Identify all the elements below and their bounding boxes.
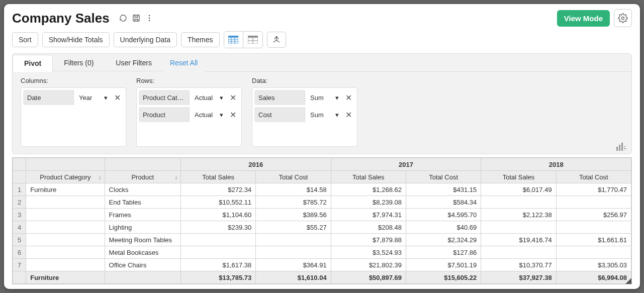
chevron-down-icon: ▾ — [104, 94, 108, 102]
svg-point-4 — [622, 17, 624, 20]
columns-label: Columns: — [21, 77, 126, 84]
svg-point-3 — [148, 20, 150, 22]
close-icon[interactable]: ✕ — [111, 90, 124, 105]
view-mode-button[interactable]: View Mode — [557, 10, 610, 27]
tab-user-filters[interactable]: User Filters — [105, 55, 163, 71]
header: Company Sales View Mode — [4, 4, 640, 29]
col-category[interactable]: Product Category↓ — [26, 171, 105, 183]
cell-value: $6,017.49 — [481, 183, 556, 196]
row-number: 3 — [13, 209, 26, 221]
cell-value: $4,595.70 — [406, 209, 481, 221]
col-product[interactable]: Product↓ — [105, 171, 180, 183]
columns-config: Columns: Date Year▾ ✕ — [21, 77, 126, 147]
cell-category — [26, 234, 105, 246]
compact-style-icon[interactable] — [243, 32, 262, 48]
refresh-icon[interactable] — [119, 14, 128, 23]
cell-value: $40.69 — [406, 221, 481, 234]
table-row[interactable]: 7Office Chairs$1,617.38$364.91$21,802.39… — [13, 259, 631, 271]
cell-category — [26, 209, 105, 221]
cell-value: $364.91 — [256, 259, 331, 271]
pivot-grid[interactable]: 2016 2017 2018 Product Category↓ Product… — [12, 157, 632, 284]
year-header[interactable]: 2017 — [331, 158, 481, 171]
svg-rect-5 — [228, 36, 238, 37]
pill-product-agg[interactable]: Actual▾ — [189, 107, 226, 122]
cell-value: $3,524.93 — [331, 246, 406, 259]
cell-product: Office Chairs — [105, 259, 180, 271]
year-header[interactable]: 2016 — [180, 158, 331, 171]
col-sales[interactable]: Total Sales — [331, 171, 406, 183]
table-row[interactable]: 6Metal Bookcases$3,524.93$127.86 — [13, 246, 631, 259]
data-dropzone[interactable]: Sales Sum▾ ✕ Cost Sum▾ ✕ — [252, 87, 357, 147]
pill-cost-agg[interactable]: Sum▾ — [305, 107, 342, 122]
config-tabs: Pivot Filters (0) User Filters Reset All — [13, 54, 631, 72]
settings-button[interactable] — [614, 9, 632, 27]
save-icon[interactable] — [132, 14, 141, 23]
underlying-data-button[interactable]: Underlying Data — [114, 32, 177, 47]
pill-date-agg[interactable]: Year▾ — [73, 90, 111, 105]
cell-value: $10,370.77 — [481, 259, 556, 271]
tab-filters[interactable]: Filters (0) — [53, 55, 105, 71]
filter-icon-button[interactable] — [267, 32, 286, 48]
themes-button[interactable]: Themes — [181, 32, 220, 47]
cell-category: Furniture — [26, 183, 105, 196]
table-row[interactable]: 1FurnitureClocks$272.34$14.58$1,268.62$4… — [13, 183, 631, 196]
sort-down-icon[interactable]: ↓ — [174, 174, 177, 180]
cell-product: Metal Bookcases — [105, 246, 180, 259]
cell-value — [556, 221, 631, 234]
pill-cost[interactable]: Cost Sum▾ ✕ — [254, 107, 355, 122]
cell-value: $127.86 — [406, 246, 481, 259]
rows-dropzone[interactable]: Product Cate... Actual▾ ✕ Product Actual… — [136, 87, 242, 147]
cell-value: $8,239.08 — [331, 196, 406, 209]
cell-value — [556, 196, 631, 209]
svg-rect-16 — [619, 145, 620, 151]
row-number: 5 — [13, 234, 26, 246]
col-cost[interactable]: Total Cost — [406, 171, 481, 183]
cell-value: $1,617.38 — [180, 259, 255, 271]
subtotal-row: Furniture$13,785.73$1,610.04$50,897.69$1… — [13, 271, 631, 284]
close-icon[interactable]: ✕ — [342, 90, 355, 105]
svg-point-1 — [148, 15, 150, 17]
close-icon[interactable]: ✕ — [226, 107, 239, 122]
chevron-down-icon: ▾ — [220, 111, 223, 119]
table-row[interactable]: 5Meeting Room Tables$7,879.88$2,324.29$1… — [13, 234, 631, 246]
cell-value — [481, 196, 556, 209]
table-row[interactable]: 2End Tables$10,552.11$785.72$8,239.08$58… — [13, 196, 631, 209]
cell-value: $14.58 — [256, 183, 331, 196]
show-hide-totals-button[interactable]: Show/Hide Totals — [42, 32, 110, 47]
svg-rect-0 — [133, 15, 139, 21]
cell-value: $272.34 — [180, 183, 255, 196]
grid-style-icon[interactable] — [224, 32, 243, 48]
col-cost[interactable]: Total Cost — [556, 171, 631, 183]
svg-point-2 — [148, 18, 150, 19]
reset-all-link[interactable]: Reset All — [163, 55, 205, 71]
table-row[interactable]: 4Lighting$239.30$55.27$208.48$40.69 — [13, 221, 631, 234]
pill-sales-agg[interactable]: Sum▾ — [305, 90, 342, 105]
sort-button[interactable]: Sort — [12, 32, 38, 47]
sort-down-icon[interactable]: ↓ — [99, 174, 102, 180]
data-label: Data: — [252, 77, 357, 84]
pill-product[interactable]: Product Actual▾ ✕ — [139, 107, 239, 122]
app-window: Company Sales View Mode Sort Show/Hide T… — [4, 4, 640, 289]
cell-value: $584.34 — [406, 196, 481, 209]
pill-date[interactable]: Date Year▾ ✕ — [23, 90, 124, 105]
chevron-down-icon: ▾ — [335, 111, 339, 119]
table-row[interactable]: 3Frames$1,104.60$389.56$7,974.31$4,595.7… — [13, 209, 631, 221]
cell-value: $2,324.29 — [406, 234, 481, 246]
col-cost[interactable]: Total Cost — [256, 171, 331, 183]
tab-pivot[interactable]: Pivot — [13, 55, 53, 72]
more-icon[interactable] — [145, 14, 154, 23]
cell-value — [556, 246, 631, 259]
cell-value: $785.72 — [256, 196, 331, 209]
close-icon[interactable]: ✕ — [342, 107, 355, 122]
columns-dropzone[interactable]: Date Year▾ ✕ — [21, 87, 126, 147]
cell-value: $7,501.19 — [406, 259, 481, 271]
svg-rect-15 — [616, 147, 618, 151]
pill-category-agg[interactable]: Actual▾ — [189, 90, 226, 105]
pill-category[interactable]: Product Cate... Actual▾ ✕ — [139, 90, 239, 105]
close-icon[interactable]: ✕ — [226, 90, 239, 105]
pill-sales[interactable]: Sales Sum▾ ✕ — [254, 90, 355, 105]
year-header[interactable]: 2018 — [481, 158, 631, 171]
chart-icon[interactable] — [616, 143, 626, 151]
col-sales[interactable]: Total Sales — [180, 171, 255, 183]
col-sales[interactable]: Total Sales — [481, 171, 556, 183]
